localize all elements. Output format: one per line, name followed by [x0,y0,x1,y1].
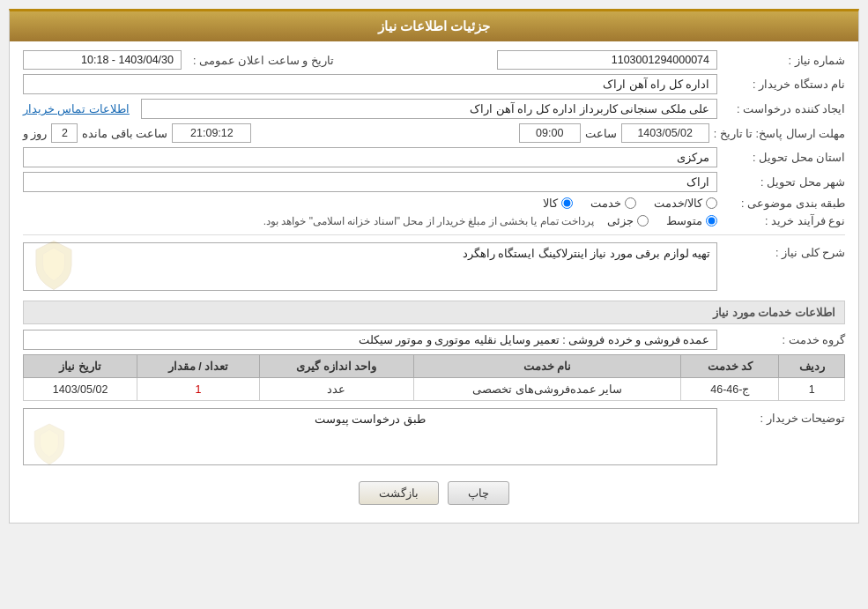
category-label: طبقه بندی موضوعی : [722,197,845,210]
need-number-value: 1103001294000074 [497,50,717,70]
category-option-khadamat[interactable]: خدمت [590,197,636,210]
deadline-date: 1403/05/02 [621,123,709,143]
services-table: ردیف کد خدمت نام خدمت واحد اندازه گیری ت… [23,354,845,401]
deadline-row: مهلت ارسال پاسخ: تا تاریخ : 1403/05/02 س… [23,123,845,143]
cell-code: ج-46-46 [681,378,779,401]
purchase-type-motavaset[interactable]: متوسط [666,214,717,227]
buyer-org-value: اداره کل راه آهن اراک [23,74,717,94]
creator-value: علی ملکی سنجانی کاربرداز اداره کل راه آه… [141,99,717,119]
summary-textarea[interactable] [23,242,717,291]
creator-label: ایجاد کننده درخواست : [722,102,845,115]
card-body: شماره نیاز : 1103001294000074 تاریخ و سا… [10,41,858,523]
deadline-time-label: ساعت [585,127,617,140]
province-value: مرکزی [23,147,717,167]
back-button[interactable]: بازگشت [359,481,439,505]
purchase-type-jozei[interactable]: جزئی [607,214,649,227]
page-wrapper: جزئیات اطلاعات نیاز شماره نیاز : 1103001… [0,0,868,609]
summary-label: شرح کلی نیاز : [722,242,845,259]
deadline-remaining-days: 2 [51,123,78,143]
service-group-label: گروه خدمت : [722,333,845,346]
service-group-row: گروه خدمت : عمده فروشی و خرده فروشی : تع… [23,330,845,350]
buyer-desc-label: توضیحات خریدار : [722,408,845,425]
watermark-shield [27,239,80,292]
cell-date: 1403/05/02 [24,378,137,401]
cell-qty: 1 [137,378,260,401]
watermark-shield-2 [27,422,71,466]
buyer-org-label: نام دستگاه خریدار : [722,78,845,91]
purchase-type-note: پرداخت تمام یا بخشی از مبلغ خریدار از مح… [263,215,594,227]
buyer-desc-row: توضیحات خریدار : طبق درخواست پیوست [23,408,845,468]
deadline-label: مهلت ارسال پاسخ: تا تاریخ : [714,127,845,140]
button-row: چاپ بازگشت [23,481,845,505]
creator-link[interactable]: اطلاعات تماس خریدار [23,102,130,115]
city-value: اراک [23,172,717,192]
deadline-time: 09:00 [519,123,581,143]
category-option-kala-khadamat[interactable]: کالا/خدمت [654,197,717,210]
city-label: شهر محل تحویل : [722,175,845,189]
summary-row: شرح کلی نیاز : تهیه لوازم برقی مورد نیاز… [23,242,845,293]
deadline-remaining-label1: روز و [23,127,47,140]
cell-row: 1 [779,378,845,401]
purchase-type-radio-group: متوسط جزئی [607,214,717,227]
category-option-kala[interactable]: کالا [543,197,573,210]
province-label: استان محل تحویل : [722,151,845,164]
city-row: شهر محل تحویل : اراک [23,172,845,192]
col-qty: تعداد / مقدار [137,355,260,378]
deadline-remaining-label2: ساعت باقی مانده [82,127,167,140]
header-title: جزئیات اطلاعات نیاز [378,19,490,33]
need-number-label: شماره نیاز : [722,54,845,67]
table-header-row: ردیف کد خدمت نام خدمت واحد اندازه گیری ت… [24,355,845,378]
main-card: جزئیات اطلاعات نیاز شماره نیاز : 1103001… [9,9,859,524]
cell-unit: عدد [259,378,413,401]
services-section-title: اطلاعات خدمات مورد نیاز [23,301,845,324]
purchase-type-row: نوع فرآیند خرید : متوسط جزئی پرداخت تمام… [23,214,845,227]
creator-row: ایجاد کننده درخواست : علی ملکی سنجانی کا… [23,99,845,119]
category-radio-group: کالا/خدمت خدمت کالا [543,197,717,210]
need-number-row: شماره نیاز : 1103001294000074 تاریخ و سا… [23,50,845,70]
buyer-desc-textarea[interactable] [23,408,717,465]
col-name: نام خدمت [413,355,680,378]
purchase-type-label: نوع فرآیند خرید : [722,214,845,227]
table-row: 1 ج-46-46 سایر عمده‌فروشی‌های تخصصی عدد … [24,378,845,401]
category-row: طبقه بندی موضوعی : کالا/خدمت خدمت کالا [23,197,845,210]
cell-name: سایر عمده‌فروشی‌های تخصصی [413,378,680,401]
col-row-num: ردیف [779,355,845,378]
service-group-value: عمده فروشی و خرده فروشی : تعمیر وسایل نق… [23,330,717,350]
col-code: کد خدمت [681,355,779,378]
col-unit: واحد اندازه گیری [259,355,413,378]
province-row: استان محل تحویل : مرکزی [23,147,845,167]
deadline-remaining-time: 21:09:12 [172,123,251,143]
buyer-org-row: نام دستگاه خریدار : اداره کل راه آهن ارا… [23,74,845,94]
print-button[interactable]: چاپ [448,481,509,505]
announce-date-value: 1403/04/30 - 10:18 [23,50,182,70]
announce-date-label: تاریخ و ساعت اعلان عمومی : [193,54,334,67]
col-date: تاریخ نیاز [24,355,137,378]
card-header: جزئیات اطلاعات نیاز [10,11,858,41]
